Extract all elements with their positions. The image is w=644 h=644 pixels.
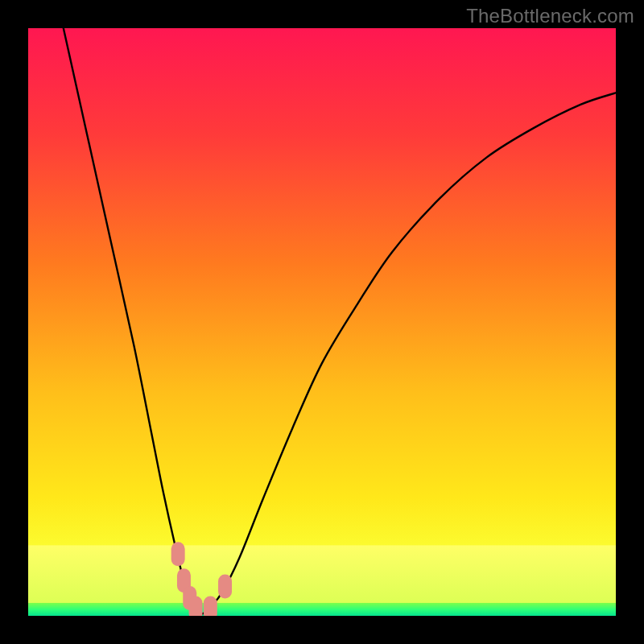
green-band [28,603,616,616]
marker-pill [171,542,185,566]
marker-pill [204,597,217,616]
outer-frame: TheBottleneck.com [0,0,644,644]
marker-pill [218,575,232,599]
marker-pill [189,597,203,616]
gradient-background [28,28,616,616]
chart-area [28,28,616,616]
watermark-text: TheBottleneck.com [466,5,634,27]
chart-svg [28,28,616,616]
yellow-band [28,545,616,603]
